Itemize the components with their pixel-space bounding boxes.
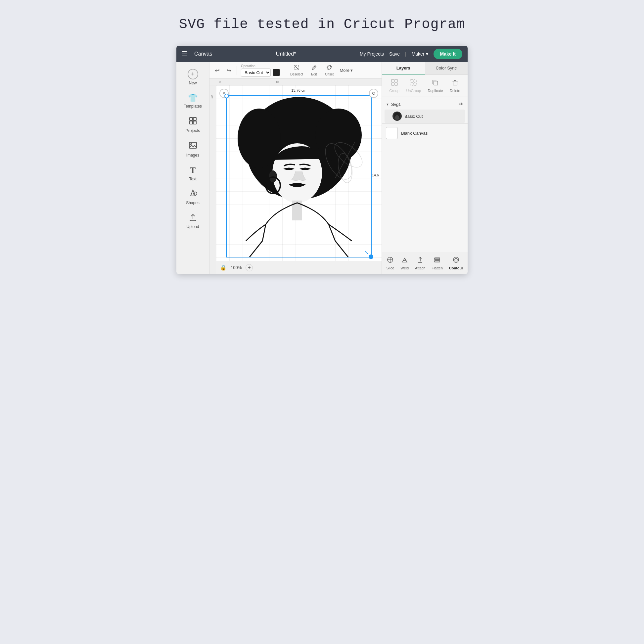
delete-button[interactable]: Delete bbox=[447, 77, 463, 94]
svg-line-10 bbox=[314, 66, 315, 67]
sidebar-label-upload: Upload bbox=[186, 224, 199, 229]
ungroup-button[interactable]: UnGroup bbox=[403, 77, 424, 94]
cricut-app: ☰ Canvas Untitled* My Projects Save | Ma… bbox=[176, 46, 468, 274]
right-actions: Group UnGroup bbox=[382, 75, 468, 97]
svg-rect-42 bbox=[435, 261, 440, 262]
svg-rect-25 bbox=[395, 79, 397, 82]
sidebar-label-templates: Templates bbox=[184, 104, 202, 109]
sidebar-label-new: New bbox=[189, 81, 197, 85]
canvas-content[interactable]: 13.76 cm 14.6 bbox=[216, 85, 382, 261]
sidebar-item-text[interactable]: T Text bbox=[179, 162, 207, 185]
operation-group: Operation Basic Cut bbox=[241, 64, 280, 77]
delete-icon bbox=[451, 79, 459, 88]
slice-label: Slice bbox=[386, 266, 394, 270]
sidebar-item-templates[interactable]: 👕 Templates bbox=[179, 90, 207, 112]
attach-icon bbox=[417, 256, 424, 265]
contour-icon bbox=[452, 256, 460, 265]
sidebar-label-shapes: Shapes bbox=[186, 201, 200, 205]
sidebar-item-new[interactable]: + New bbox=[179, 66, 207, 89]
ruler-tick-10: 10 bbox=[276, 80, 279, 84]
svg-rect-30 bbox=[411, 83, 413, 85]
edit-icon bbox=[311, 65, 317, 72]
right-panel: Layers Color Sync bbox=[382, 62, 468, 274]
svg-point-36 bbox=[395, 115, 399, 120]
maker-arrow-icon: ▾ bbox=[426, 51, 428, 57]
weld-button[interactable]: Weld bbox=[398, 255, 411, 271]
tab-color-sync[interactable]: Color Sync bbox=[425, 62, 468, 74]
svg-rect-31 bbox=[414, 83, 417, 85]
ungroup-label: UnGroup bbox=[406, 89, 421, 93]
more-label: More bbox=[340, 68, 349, 73]
sidebar-label-projects: Projects bbox=[186, 128, 200, 133]
svg-rect-3 bbox=[193, 121, 196, 124]
svg-line-9 bbox=[295, 66, 298, 69]
attach-button[interactable]: Attach bbox=[413, 255, 427, 271]
slice-button[interactable]: Slice bbox=[384, 255, 396, 271]
group-button[interactable]: Group bbox=[387, 77, 402, 94]
operation-label: Operation bbox=[241, 64, 280, 68]
flatten-icon bbox=[434, 256, 441, 265]
make-it-button[interactable]: Make It bbox=[434, 49, 462, 59]
page-headline: SVG file tested in Cricut Program bbox=[179, 17, 465, 32]
my-projects-link[interactable]: My Projects bbox=[360, 51, 384, 57]
color-swatch[interactable] bbox=[273, 69, 280, 76]
contour-button[interactable]: Contour bbox=[447, 255, 465, 271]
blank-canvas-row: Blank Canvas bbox=[382, 123, 468, 142]
layer-group-header[interactable]: ▼ Svg1 👁 bbox=[385, 100, 465, 109]
weld-label: Weld bbox=[400, 266, 409, 270]
svg-point-5 bbox=[191, 144, 192, 145]
rotate-handle[interactable]: ↻ bbox=[369, 89, 378, 98]
sidebar-item-images[interactable]: Images bbox=[179, 138, 207, 161]
images-icon bbox=[189, 141, 197, 152]
sidebar-item-projects[interactable]: Projects bbox=[179, 113, 207, 136]
flatten-button[interactable]: Flatten bbox=[430, 255, 445, 271]
offset-label: Offset bbox=[325, 72, 334, 76]
undo-button[interactable]: ↩ bbox=[213, 66, 221, 75]
document-title: Untitled* bbox=[217, 51, 354, 57]
add-zoom-button[interactable]: + bbox=[246, 264, 253, 271]
layers-area: ▼ Svg1 👁 Basic Cut bbox=[382, 97, 468, 252]
sidebar-label-images: Images bbox=[186, 153, 199, 158]
zoom-level: 100% bbox=[231, 265, 242, 270]
selection-box[interactable]: ✕ ↻ ⤡ bbox=[226, 95, 372, 257]
maker-label: Maker bbox=[412, 51, 425, 57]
svg-point-11 bbox=[328, 66, 331, 69]
layer-group-arrow-icon: ▼ bbox=[386, 103, 389, 106]
sidebar-label-text: Text bbox=[189, 177, 196, 181]
lock-icon[interactable]: 🔒 bbox=[220, 264, 227, 271]
new-icon: + bbox=[188, 69, 198, 79]
blank-canvas-label: Blank Canvas bbox=[401, 131, 428, 136]
deselect-label: Deselect bbox=[290, 72, 303, 76]
duplicate-label: Duplicate bbox=[428, 89, 443, 93]
handle-top-left[interactable] bbox=[224, 94, 229, 98]
flatten-label: Flatten bbox=[432, 266, 443, 270]
sidebar-item-shapes[interactable]: Shapes bbox=[179, 186, 207, 208]
operation-select[interactable]: Basic Cut bbox=[241, 69, 271, 77]
ruler-tick-0: 0 bbox=[219, 80, 221, 84]
deselect-icon bbox=[294, 65, 299, 72]
svg-rect-28 bbox=[411, 79, 413, 82]
layer-item-basic-cut[interactable]: Basic Cut bbox=[385, 110, 465, 123]
toolbar-separator-2 bbox=[284, 66, 284, 75]
resize-br-icon[interactable]: ⤡ bbox=[362, 248, 371, 257]
svg-rect-27 bbox=[395, 83, 397, 85]
save-link[interactable]: Save bbox=[389, 51, 400, 57]
weld-icon bbox=[401, 256, 408, 265]
group-label: Group bbox=[389, 89, 399, 93]
layer-group-name: Svg1 bbox=[391, 102, 401, 107]
slice-icon bbox=[387, 256, 394, 265]
sidebar-item-upload[interactable]: Upload bbox=[179, 210, 207, 232]
duplicate-button[interactable]: Duplicate bbox=[425, 77, 446, 94]
tab-layers[interactable]: Layers bbox=[382, 62, 425, 74]
offset-button[interactable]: Offset bbox=[323, 63, 336, 77]
eye-icon[interactable]: 👁 bbox=[459, 102, 464, 107]
edit-button[interactable]: Edit bbox=[309, 63, 319, 77]
menu-icon[interactable]: ☰ bbox=[182, 50, 188, 58]
operation-select-row: Basic Cut bbox=[241, 69, 280, 77]
redo-button[interactable]: ↪ bbox=[225, 66, 233, 75]
deselect-button[interactable]: Deselect bbox=[288, 63, 305, 77]
more-arrow-icon: ▾ bbox=[350, 68, 353, 73]
measurement-right: 14.6 bbox=[372, 173, 379, 177]
more-button[interactable]: More ▾ bbox=[340, 68, 353, 73]
maker-selector[interactable]: Maker ▾ bbox=[412, 51, 428, 57]
